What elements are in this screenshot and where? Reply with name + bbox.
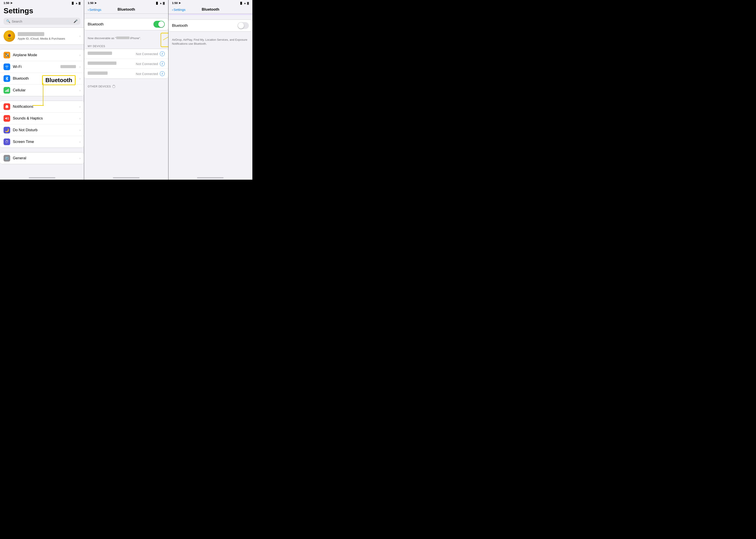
my-devices-header: MY DEVICES: [84, 43, 168, 49]
settings-group-connectivity: ✈️ Airplane Mode › Wi-Fi ›: [0, 49, 84, 96]
settings-item-general[interactable]: ⚙️ General ›: [0, 152, 84, 164]
home-indicator-2: [113, 177, 139, 178]
nav-title-2: Bluetooth: [101, 7, 151, 12]
settings-panel: 1:50 ➤ ▐▌ ▲ ▓ Settings 🔍 🎤 🌻 Apple ID, i…: [0, 0, 84, 180]
apple-id-name: [18, 32, 77, 37]
bluetooth-value: On: [71, 77, 76, 81]
settings-item-dnd[interactable]: 🌙 Do Not Disturb ›: [0, 124, 84, 136]
bluetooth-icon: [4, 75, 10, 82]
screentime-label: Screen Time: [13, 140, 77, 144]
airplane-label: Airplane Mode: [13, 53, 77, 57]
status-icons-3: ▐▌ ▲ ▓: [239, 2, 249, 4]
search-input[interactable]: [12, 20, 72, 23]
svg-rect-3: [8, 89, 9, 92]
device-info-btn-2[interactable]: i: [160, 61, 165, 66]
wifi-icon-1: ▲: [75, 2, 78, 4]
bt-off-description: AirDrop, AirPlay, Find My, Location Serv…: [168, 36, 252, 49]
other-devices-label: OTHER DEVICES: [88, 85, 111, 88]
sounds-label: Sounds & Haptics: [13, 116, 77, 120]
search-icon: 🔍: [6, 19, 10, 23]
dnd-icon: 🌙: [4, 127, 10, 133]
screentime-chevron: ›: [79, 140, 81, 144]
bluetooth-on-panel: 1:50 ➤ ▐▌ ▲ ▓ ‹ Settings Bluetooth Bluet…: [84, 0, 168, 180]
device-info-btn-1[interactable]: i: [160, 51, 165, 56]
avatar: 🌻: [4, 30, 15, 42]
chevron-left-icon-2: ‹: [88, 8, 89, 12]
settings-item-screentime[interactable]: ⏱ Screen Time ›: [0, 136, 84, 148]
status-bar-2: 1:50 ➤ ▐▌ ▲ ▓: [84, 0, 168, 6]
bt-toggle-section: Bluetooth: [84, 18, 168, 30]
signal-icon-3: ▐▌: [239, 2, 243, 4]
back-button-3[interactable]: ‹ Settings: [172, 8, 186, 12]
bluetooth-toggle-off[interactable]: [237, 22, 249, 29]
device-info-btn-3[interactable]: i: [160, 71, 165, 76]
battery-icon-2: ▓: [163, 2, 165, 4]
signal-icon-2: ▐▌: [155, 2, 159, 4]
sounds-icon: [4, 115, 10, 122]
screentime-icon: ⏱: [4, 138, 10, 145]
dnd-label: Do Not Disturb: [13, 128, 77, 132]
bluetooth-chevron: ›: [79, 77, 81, 80]
settings-item-cellular[interactable]: Cellular ›: [0, 85, 84, 96]
svg-rect-2: [7, 89, 8, 92]
search-bar[interactable]: 🔍 🎤: [4, 18, 80, 25]
device-name-2: [88, 61, 136, 66]
settings-group-notifications: Notifications › Sounds & Haptics › 🌙 Do …: [0, 101, 84, 148]
bt-device-row-1[interactable]: Not Connected i: [84, 49, 168, 59]
bluetooth-off-panel: 1:50 ➤ ▐▌ ▲ ▓ ‹ Settings Bluetooth Bluet…: [168, 0, 252, 180]
settings-item-notifications[interactable]: Notifications ›: [0, 101, 84, 113]
toggle-knob-off: [238, 23, 244, 29]
bt-toggle-label-off: Bluetooth: [172, 24, 237, 28]
apple-id-chevron: ›: [79, 34, 81, 38]
svg-rect-0: [5, 91, 6, 92]
device-status-3: Not Connected: [136, 72, 158, 76]
svg-rect-1: [6, 90, 7, 92]
device-name-1: [88, 51, 136, 56]
wifi-icon: [4, 63, 10, 70]
battery-icon-3: ▓: [247, 2, 249, 4]
status-bar-3: 1:50 ➤ ▐▌ ▲ ▓: [168, 0, 252, 6]
settings-item-bluetooth[interactable]: Bluetooth On ›: [0, 73, 84, 85]
bluetooth-content-2: Bluetooth Now discoverable as " iPhone".…: [84, 14, 168, 93]
status-bar-1: 1:50 ➤ ▐▌ ▲ ▓: [0, 0, 84, 6]
my-devices-section: Not Connected i Not Connected i Not Conn…: [84, 49, 168, 79]
bluetooth-label: Bluetooth: [13, 76, 69, 81]
bluetooth-toggle-on[interactable]: [153, 21, 165, 28]
settings-item-wifi[interactable]: Wi-Fi ›: [0, 61, 84, 73]
status-time-1: 1:50 ➤: [4, 1, 13, 5]
dnd-chevron: ›: [79, 128, 81, 132]
home-indicator-1: [29, 177, 55, 178]
bt-device-row-2[interactable]: Not Connected i: [84, 59, 168, 69]
bluetooth-content-3: Bluetooth AirDrop, AirPlay, Find My, Loc…: [168, 15, 252, 54]
nav-bar-3: ‹ Settings Bluetooth: [168, 6, 252, 14]
general-label: General: [13, 156, 77, 160]
apple-id-row[interactable]: 🌻 Apple ID, iCloud, Media & Purchases ›: [0, 28, 84, 45]
scanning-spinner: [112, 85, 115, 88]
status-time-2: 1:50 ➤: [88, 1, 97, 5]
bt-toggle-row-off: Bluetooth: [168, 20, 252, 32]
other-devices-header: OTHER DEVICES: [84, 83, 168, 89]
back-button-2[interactable]: ‹ Settings: [88, 8, 101, 12]
notifications-chevron: ›: [79, 105, 81, 109]
status-icons-2: ▐▌ ▲ ▓: [155, 2, 165, 4]
general-icon: ⚙️: [4, 155, 10, 162]
device-status-2: Not Connected: [136, 62, 158, 66]
apple-id-sub: Apple ID, iCloud, Media & Purchases: [18, 37, 77, 40]
status-icons-1: ▐▌ ▲ ▓: [71, 2, 81, 4]
wifi-value: [60, 65, 76, 69]
airplane-icon: ✈️: [4, 52, 10, 58]
status-time-3: 1:50 ➤: [172, 1, 181, 5]
toggle-knob-on: [158, 21, 164, 27]
bt-toggle-label: Bluetooth: [88, 22, 153, 27]
notifications-label: Notifications: [13, 105, 77, 109]
wifi-icon-2: ▲: [160, 2, 162, 4]
settings-group-general: ⚙️ General ›: [0, 152, 84, 164]
bt-device-row-3[interactable]: Not Connected i: [84, 69, 168, 79]
settings-item-airplane[interactable]: ✈️ Airplane Mode ›: [0, 49, 84, 61]
airplane-chevron: ›: [79, 53, 81, 57]
sounds-chevron: ›: [79, 116, 81, 120]
notifications-icon: [4, 103, 10, 110]
cellular-label: Cellular: [13, 88, 77, 93]
settings-item-sounds[interactable]: Sounds & Haptics ›: [0, 113, 84, 124]
home-indicator-3: [197, 177, 223, 178]
